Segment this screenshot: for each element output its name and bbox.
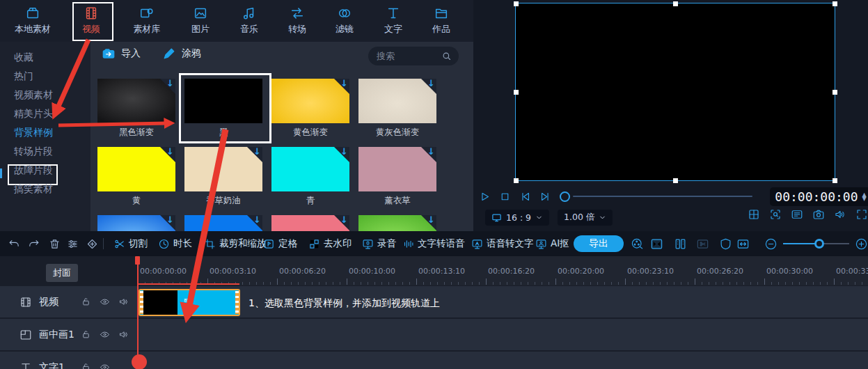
canvas-resize-handle[interactable] — [833, 178, 837, 183]
sample-tile-row3-2[interactable]: ↓ — [271, 215, 349, 231]
speaker-icon[interactable] — [834, 208, 846, 221]
timecode-spinner-icon[interactable]: ▲▼ — [862, 193, 867, 201]
search-input[interactable] — [375, 50, 441, 62]
skip-start-button[interactable] — [519, 191, 531, 203]
zoom-scale-dropdown[interactable]: 1.00 倍 — [558, 210, 613, 226]
topbar-item-视频[interactable]: 视频 — [67, 6, 116, 36]
sidebar-item-背景样例[interactable]: 背景样例 — [14, 127, 53, 141]
aspect-ratio-dropdown[interactable]: 16 : 9 — [485, 210, 549, 226]
stop-button[interactable] — [499, 191, 511, 203]
download-icon[interactable]: ↓ — [340, 79, 348, 88]
sample-tile-黄色渐变[interactable]: ↓黄色渐变 — [271, 79, 349, 139]
toolbar-trash[interactable] — [49, 231, 61, 256]
sample-tile-黄[interactable]: ↓黄 — [97, 147, 175, 207]
topbar-item-文字[interactable]: 文字 — [369, 6, 418, 36]
timeline-zoom-slider-handle[interactable] — [814, 239, 824, 249]
canvas-resize-handle[interactable] — [833, 90, 837, 95]
export-button[interactable]: 导出 — [574, 235, 624, 252]
canvas-resize-handle[interactable] — [514, 178, 519, 183]
canvas-resize-handle[interactable] — [514, 90, 519, 95]
sidebar-item-视频素材[interactable]: 视频素材 — [14, 89, 53, 103]
tool-文字转语音[interactable]: 文字转语音 — [402, 231, 465, 256]
sample-tile-row3-3[interactable]: ↓ — [358, 215, 436, 231]
topbar-item-本地素材[interactable]: 本地素材 — [8, 6, 57, 36]
track-eye-icon[interactable] — [100, 329, 110, 340]
sample-tile-row3-1[interactable]: ↓ — [184, 215, 262, 231]
camera-icon[interactable] — [812, 208, 825, 221]
toolbar-tracks[interactable] — [67, 231, 79, 256]
sidebar-item-故障片段[interactable]: 故障片段 — [14, 164, 53, 178]
download-icon[interactable]: ↓ — [166, 79, 174, 88]
tool-裁剪和缩放[interactable]: 裁剪和缩放 — [204, 231, 267, 256]
topbar-item-音乐[interactable]: 音乐 — [225, 6, 274, 36]
tool-时长[interactable]: 时长 — [158, 231, 192, 256]
canvas-resize-handle[interactable] — [514, 1, 519, 6]
sidebar-item-精美片头[interactable]: 精美片头 — [14, 108, 53, 122]
tool-去水印[interactable]: 去水印 — [308, 231, 352, 256]
track-eye-icon[interactable] — [100, 297, 110, 307]
download-icon[interactable]: ↓ — [166, 215, 174, 225]
download-icon[interactable]: ↓ — [340, 215, 348, 225]
canvas-resize-handle[interactable] — [833, 1, 837, 6]
tool-语音转文字[interactable]: 语音转文字 — [471, 231, 534, 256]
download-icon[interactable]: ↓ — [166, 147, 174, 157]
topbar-item-转场[interactable]: 转场 — [273, 6, 322, 36]
timeline-zoom-slider-track[interactable] — [783, 243, 819, 244]
import-button[interactable]: 导入 — [102, 47, 141, 61]
sidebar-item-搞笑素材[interactable]: 搞笑素材 — [14, 183, 53, 197]
download-icon[interactable]: ↓ — [427, 147, 435, 157]
track-audio-icon[interactable] — [118, 329, 129, 340]
zoom-fit-icon[interactable] — [769, 208, 782, 221]
canvas-resize-handle[interactable] — [673, 1, 678, 6]
tool-录音[interactable]: 录音 — [362, 231, 396, 256]
track-lock-icon[interactable] — [81, 362, 91, 369]
sample-tile-黑色渐变[interactable]: ↓黑色渐变 — [97, 79, 175, 139]
play-button[interactable] — [479, 191, 491, 203]
sample-tile-黄灰色渐变[interactable]: ↓黄灰色渐变 — [358, 79, 436, 139]
download-icon[interactable]: ↓ — [253, 147, 261, 157]
search-box[interactable] — [368, 47, 459, 65]
tool-AI抠[interactable]: AI抠 — [535, 231, 569, 256]
cover-button[interactable]: 封面 — [46, 264, 78, 282]
sidebar-item-热门[interactable]: 热门 — [14, 70, 33, 84]
toolbar-shield[interactable] — [719, 231, 732, 256]
skip-end-button[interactable] — [539, 191, 551, 203]
toolbar-redo[interactable] — [28, 231, 40, 256]
sample-tile-薰衣草[interactable]: ↓薰衣草 — [358, 147, 436, 207]
fullscreen-icon[interactable] — [855, 208, 868, 221]
download-icon[interactable]: ↓ — [340, 147, 348, 157]
topbar-item-作品[interactable]: 作品 — [417, 6, 466, 36]
clip-trim-handle-right[interactable] — [235, 291, 239, 314]
timeline-ruler[interactable]: 00:00:00:0000:00:03:1000:00:06:2000:00:1… — [138, 256, 868, 285]
topbar-item-滤镜[interactable]: 滤镜 — [320, 6, 369, 36]
canvas-resize-handle[interactable] — [673, 178, 678, 183]
doodle-button[interactable]: 涂鸦 — [162, 47, 201, 61]
seek-slider-track[interactable] — [573, 196, 752, 197]
toolbar-pages[interactable] — [674, 231, 687, 256]
toolbar-minus-circle[interactable] — [764, 231, 778, 256]
sample-tile-香草奶油[interactable]: ↓香草奶油 — [184, 147, 262, 207]
toolbar-cutclip[interactable] — [696, 231, 709, 256]
track-audio-icon[interactable] — [118, 297, 129, 307]
track-lock-icon[interactable] — [81, 297, 91, 307]
playhead-line[interactable] — [137, 256, 139, 369]
sample-tile-青[interactable]: ↓青 — [271, 147, 349, 207]
toolbar-undo[interactable] — [8, 231, 20, 256]
preview-canvas[interactable] — [515, 3, 835, 181]
toolbar-plus-circle[interactable] — [855, 231, 868, 256]
timeline-clip-black[interactable]: 黑 — [139, 289, 240, 316]
tool-切割[interactable]: 切割 — [113, 231, 148, 256]
clip-trim-handle-left[interactable] — [140, 291, 143, 314]
download-icon[interactable]: ↓ — [427, 215, 435, 225]
playhead-flag[interactable] — [135, 256, 140, 265]
toolbar-merge[interactable] — [650, 231, 663, 256]
toolbar-fit[interactable] — [736, 231, 750, 256]
track-eye-icon[interactable] — [100, 362, 110, 369]
track-lock-icon[interactable] — [81, 329, 91, 340]
topbar-item-图片[interactable]: 图片 — [176, 6, 225, 36]
topbar-item-素材库[interactable]: 素材库 — [123, 6, 171, 36]
toolbar-keyframe[interactable] — [86, 231, 98, 256]
sample-tile-row3-0[interactable]: ↓ — [97, 215, 175, 231]
list-icon[interactable] — [791, 208, 803, 221]
seek-slider-handle[interactable] — [560, 191, 570, 202]
